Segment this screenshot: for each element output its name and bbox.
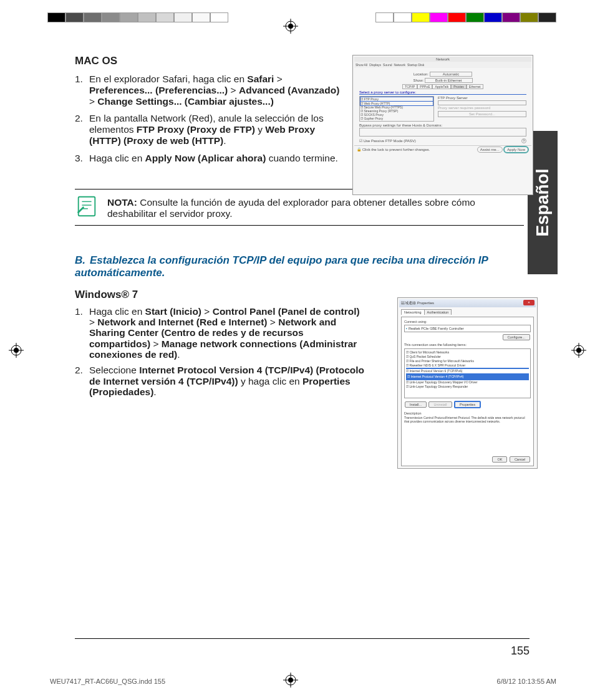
registration-mark-icon — [283, 19, 298, 34]
win-uses-items-label: This connection uses the following items… — [404, 343, 531, 347]
step-number: 2. — [75, 113, 83, 124]
step-item: 2.Seleccione Internet Protocol Version 4… — [89, 365, 365, 397]
section-b-letter: B. — [75, 254, 90, 267]
step-item: 3.Haga clic en Apply Now (Aplicar ahora)… — [89, 153, 340, 164]
color-bar-right — [375, 12, 556, 22]
win-uninstall-button: Uninstall — [428, 401, 452, 408]
win-items-list: ☑ Client for Microsoft Networks☑ QoS Pac… — [404, 348, 531, 398]
mac-pasv: Use Passive FTP Mode (PASV) — [364, 139, 416, 143]
mac-bypass-box — [359, 128, 526, 137]
close-icon: × — [523, 300, 535, 305]
step-number: 1. — [75, 306, 83, 317]
mac-lock-text: Click the lock to prevent further change… — [362, 148, 430, 151]
mac-window-title: Network — [354, 57, 531, 62]
win-desc-label: Description — [404, 411, 531, 415]
mac-select-proxy-label: Select a proxy server to configure: — [359, 90, 526, 95]
step-item: 1.En el explorador Safari, haga clic en … — [89, 74, 340, 107]
mac-show-label: Show: — [413, 79, 423, 82]
section-b-heading: B.Establezca la configuración TCP/IP del… — [75, 254, 524, 280]
win-connect-using-label: Connect using: — [404, 320, 531, 324]
win-properties-button: Properties — [454, 401, 481, 408]
mac-apply-button: Apply Now — [503, 146, 529, 153]
section-b-title: Establezca la configuración TCP/IP del e… — [75, 254, 488, 279]
mac-toolbar: Show AllDisplaysSoundNetworkStartup Disk — [354, 62, 531, 68]
win7-properties-screenshot: 區域連線 Properties × NetworkingAuthenticati… — [397, 297, 538, 469]
win-title-text: 區域連線 Properties — [401, 301, 434, 305]
color-bar-left — [47, 12, 228, 22]
mac-req-pwd: Proxy server requires password — [438, 106, 526, 110]
win-cancel-button: Cancel — [510, 456, 530, 463]
win-adapter: Realtek PCIe GBE Family Controller — [409, 327, 464, 330]
mac-location-value: Automatic — [430, 72, 473, 77]
mac-assist-button: Assist me... — [477, 146, 503, 153]
mac-proxy-list: ☑ FTP Proxy☑ Web Proxy (HTTP)☑ Secure We… — [359, 96, 434, 122]
footer-meta: WEU7417_RT-AC66U_QSG.indd 155 6/8/12 10:… — [50, 678, 556, 685]
win7-steps: 1.Haga clic en Start (Inicio) > Control … — [75, 306, 365, 398]
macos-steps: 1.En el explorador Safari, haga clic en … — [75, 74, 340, 164]
footer-line — [75, 638, 530, 639]
win-tabs: NetworkingAuthentication — [401, 309, 534, 315]
mac-ftp-server-label: FTP Proxy Server — [438, 96, 526, 100]
note-label: NOTA: — [107, 197, 137, 208]
mac-show-value: Built-in Ethernet — [425, 78, 473, 83]
win-configure-button: Configure... — [503, 334, 530, 340]
mac-bypass-label: Bypass proxy settings for these Hosts & … — [359, 123, 526, 127]
win-desc-text: Transmission Control Protocol/Internet P… — [404, 416, 531, 423]
mac-ftp-server-input — [438, 100, 526, 105]
step-number: 1. — [75, 74, 83, 85]
note-body: Consulte la función de ayuda del explora… — [107, 197, 475, 219]
registration-mark-icon — [9, 343, 24, 358]
mac-tabs: TCP/IPPPPoEAppleTalkProxiesEthernet — [359, 85, 526, 89]
page-number: 155 — [511, 645, 530, 658]
registration-mark-icon — [571, 343, 586, 358]
mac-location-label: Location: — [414, 72, 428, 76]
win-title-bar: 區域連線 Properties × — [399, 299, 536, 307]
section-b: B.Establezca la configuración TCP/IP del… — [75, 254, 524, 398]
win-ok-button: OK — [492, 456, 507, 463]
win-install-button: Install... — [405, 401, 427, 408]
footer-date: 6/8/12 10:13:55 AM — [497, 678, 556, 685]
step-item: 1.Haga clic en Start (Inicio) > Control … — [89, 306, 365, 360]
step-item: 2.En la pantalla Network (Red), anule la… — [89, 113, 340, 146]
language-tab-label: Español — [533, 169, 553, 237]
mac-set-pwd-button: Set Password... — [438, 111, 526, 117]
note-icon — [75, 194, 99, 218]
step-number: 3. — [75, 153, 83, 164]
note-text: NOTA: Consulte la función de ayuda del e… — [107, 194, 524, 220]
step-number: 2. — [75, 365, 83, 375]
macos-network-screenshot: Network Show AllDisplaysSoundNetworkStar… — [352, 55, 533, 195]
svg-rect-16 — [79, 196, 95, 215]
footer-file: WEU7417_RT-AC66U_QSG.indd 155 — [50, 678, 165, 685]
